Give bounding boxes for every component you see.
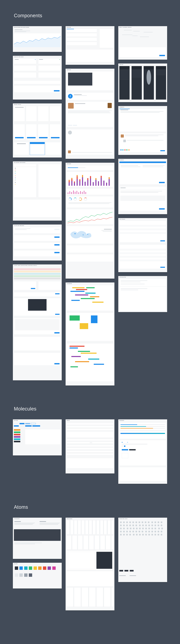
thumb-title: COMMENTS: [119, 107, 124, 108]
molecules-col-3: PROGRESS: [118, 419, 167, 484]
thumb-profiles[interactable]: PROFILES: [66, 69, 114, 159]
thumb-nav-groups[interactable]: NAV-GROUPS, INFO BOXES: [13, 162, 62, 221]
thumb-alerts[interactable]: ALERTS, HINTS, NOTIFICATIONS, POPOVERS, …: [13, 264, 62, 380]
components-col-1: BREADCRUMBS AND USER HEADER: [13, 26, 62, 380]
section-title-atoms: Atoms: [14, 504, 167, 510]
thumb-title: PRICING TABLES: [14, 104, 21, 105]
components-col-2: TABS AND PROFILES: [66, 26, 114, 386]
thumb-title: BUTTONS: [14, 420, 18, 421]
thumb-title: PAYMENTS: [119, 160, 124, 160]
thumb-title: EMAIL, CALENDAR, PROFILE: [119, 27, 132, 28]
thumb-title: NAV-GROUPS, INFO BOXES: [14, 162, 25, 163]
thumb-grid-guides[interactable]: GRID GUIDES: [66, 518, 114, 610]
section-molecules: Molecules BUTTONS: [13, 406, 167, 484]
section-components: Components BREADCRUMBS AND USER HEADER: [13, 13, 167, 386]
thumb-icons[interactable]: ICONS AND LOGOS: [118, 518, 167, 582]
thumb-payments[interactable]: PAYMENTS: [118, 159, 167, 214]
thumb-title: APP SELECTOR: [119, 277, 126, 278]
thumb-typography[interactable]: TYPOGRAPHY: [13, 518, 62, 559]
thumb-calendars[interactable]: CALENDARS: [66, 282, 114, 386]
thumb-title: COLORS: [14, 564, 17, 564]
molecules-col-1: BUTTONS: [13, 419, 62, 456]
thumb-colors[interactable]: COLORS: [13, 563, 62, 588]
section-title-molecules: Molecules: [14, 406, 167, 412]
thumb-title: SIDE NAV: [119, 64, 123, 65]
thumb-breadcrumbs[interactable]: BREADCRUMBS AND USER HEADER: [13, 26, 62, 52]
svg-point-3: [87, 234, 88, 234]
thumb-tabs[interactable]: TABS AND: [66, 26, 114, 65]
thumb-inputs[interactable]: INPUTS: [66, 419, 114, 474]
thumb-title: PROFILES: [67, 70, 71, 70]
thumb-data-tables[interactable]: DATA TABLES: [118, 218, 167, 272]
svg-point-2: [83, 234, 83, 235]
section-title-components: Components: [14, 13, 167, 18]
thumb-sidenav[interactable]: SIDE NAV: [118, 64, 167, 102]
thumb-title: PROGRESS: [119, 420, 124, 421]
thumb-chat[interactable]: EMAIL, CALENDAR, PROFILE: [118, 26, 167, 60]
molecules-col-2: INPUTS: [66, 419, 114, 474]
thumb-appviews[interactable]: APPVIEWS: [66, 163, 114, 278]
thumb-title: USERS OF APP LOGOS: [14, 56, 23, 57]
atoms-col-1: TYPOGRAPHY: [13, 518, 62, 588]
thumb-title: ALERTS, HINTS, NOTIFICATIONS, POPOVERS, …: [14, 265, 37, 266]
thumb-title: GRID GUIDES: [67, 518, 72, 519]
thumb-title: TO-DOS AND TIMELINES: [14, 225, 24, 226]
thumb-buttons[interactable]: BUTTONS: [13, 419, 62, 456]
thumb-title: ICONS AND LOGOS: [119, 518, 127, 519]
thumb-user-cards[interactable]: USERS OF APP LOGOS: [13, 56, 62, 100]
thumb-title: DATA TABLES: [119, 219, 125, 220]
svg-point-1: [75, 233, 75, 234]
thumb-pricing[interactable]: PRICING TABLES: [13, 104, 62, 158]
thumb-todo[interactable]: TO-DOS AND TIMELINES: [13, 224, 62, 260]
components-col-3: EMAIL, CALENDAR, PROFILE SIDE NAV: [118, 26, 167, 312]
section-atoms: Atoms TYPOGRAPHY: [13, 504, 167, 610]
thumb-title: CALENDARS: [67, 283, 72, 284]
thumb-title: APPVIEWS: [67, 164, 71, 164]
svg-point-0: [70, 96, 71, 96]
thumb-title: BREADCRUMBS AND USER HEADER: [14, 27, 29, 28]
atoms-col-2: GRID GUIDES: [66, 518, 114, 610]
atoms-col-3: ICONS AND LOGOS: [118, 518, 167, 582]
thumb-app-selector[interactable]: APP SELECTOR: [118, 276, 167, 312]
thumb-title: TABS AND: [67, 27, 71, 28]
thumb-comments[interactable]: COMMENTS: [118, 106, 167, 155]
thumb-title: INPUTS: [67, 420, 70, 421]
thumb-title: TYPOGRAPHY: [14, 518, 20, 519]
thumb-progress[interactable]: PROGRESS: [118, 419, 167, 484]
